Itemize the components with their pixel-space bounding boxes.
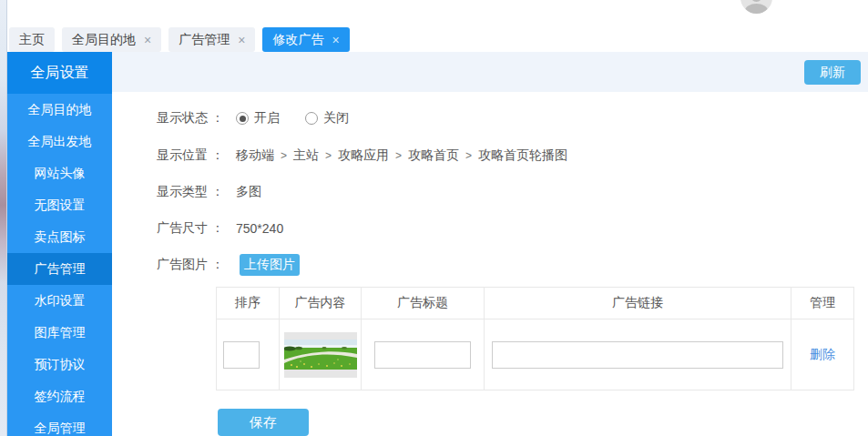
tab-label: 主页: [19, 32, 45, 48]
ad-link-input[interactable]: [492, 341, 783, 369]
main-content: 刷新 显示状态 ： 开启关闭 显示位置 ： 移动端>主站>攻略应用>攻略首页>攻…: [112, 52, 868, 436]
close-icon[interactable]: ×: [144, 34, 151, 46]
sidebar-item-6[interactable]: 水印设置: [7, 285, 112, 317]
table-header-0: 排序: [217, 288, 280, 319]
tab-bar: 主页全局目的地×广告管理×修改广告×: [9, 27, 350, 52]
breadcrumb-segment-3: 攻略首页: [408, 147, 459, 164]
ad-content-cell: [280, 319, 362, 390]
close-icon[interactable]: ×: [332, 34, 339, 46]
sort-input[interactable]: [223, 341, 260, 369]
ad-size-value: 750*240: [236, 221, 283, 236]
sort-cell: [217, 319, 280, 390]
top-bar: [7, 0, 868, 25]
sidebar-item-10[interactable]: 全局管理: [7, 412, 112, 436]
status-radio-option-1[interactable]: 关闭: [305, 110, 349, 127]
refresh-button[interactable]: 刷新: [804, 60, 861, 85]
table-header-1: 广告内容: [280, 288, 362, 319]
breadcrumb-separator: >: [325, 149, 332, 162]
modify-ad-page: 主页全局目的地×广告管理×修改广告× 全局设置 全局目的地全局出发地网站头像无图…: [0, 0, 868, 436]
display-position-label: 显示位置 ：: [157, 147, 228, 164]
tab-label: 广告管理: [179, 32, 230, 48]
ad-image-label: 广告图片 ：: [157, 257, 228, 273]
breadcrumb-segment-1: 主站: [293, 147, 319, 164]
breadcrumb-separator: >: [281, 149, 287, 162]
ad-table: 排序广告内容广告标题广告链接管理: [216, 287, 854, 390]
breadcrumb-segment-2: 攻略应用: [338, 147, 389, 164]
display-position-row: 显示位置 ： 移动端>主站>攻略应用>攻略首页>攻略首页轮播图: [157, 147, 567, 165]
ad-table-row: 删除: [217, 319, 854, 390]
display-status-label: 显示状态 ：: [157, 110, 228, 127]
close-icon[interactable]: ×: [238, 34, 245, 46]
ad-title-input[interactable]: [374, 341, 471, 369]
table-header-3: 广告链接: [485, 288, 791, 319]
tab-2[interactable]: 广告管理×: [168, 27, 255, 52]
ad-size-row: 广告尺寸 ： 750*240: [157, 219, 283, 238]
sidebar-items: 全局目的地全局出发地网站头像无图设置卖点图标广告管理水印设置图库管理预订协议签约…: [7, 94, 112, 436]
breadcrumb-segment-0: 移动端: [236, 147, 274, 164]
sidebar: 全局设置 全局目的地全局出发地网站头像无图设置卖点图标广告管理水印设置图库管理预…: [7, 52, 112, 436]
left-edge-strip: [0, 0, 7, 436]
delete-link[interactable]: 删除: [810, 347, 835, 361]
ad-link-cell: [485, 319, 791, 390]
radio-icon[interactable]: [236, 112, 249, 125]
ad-size-label: 广告尺寸 ：: [157, 220, 228, 237]
radio-label: 开启: [254, 110, 280, 127]
breadcrumb: 移动端>主站>攻略应用>攻略首页>攻略首页轮播图: [236, 147, 567, 164]
display-type-row: 显示类型 ： 多图: [157, 183, 261, 201]
action-cell: 删除: [791, 319, 854, 390]
tab-0[interactable]: 主页: [9, 27, 55, 52]
sidebar-item-3[interactable]: 无图设置: [7, 189, 112, 221]
tab-1[interactable]: 全局目的地×: [62, 27, 161, 52]
radio-icon[interactable]: [305, 112, 318, 125]
display-type-label: 显示类型 ：: [157, 184, 228, 200]
radio-label: 关闭: [323, 110, 349, 127]
sidebar-header-global-settings[interactable]: 全局设置: [7, 52, 112, 94]
ad-image-row: 广告图片 ： 上传图片: [157, 254, 300, 276]
tab-label: 修改广告: [272, 32, 323, 48]
sidebar-item-1[interactable]: 全局出发地: [7, 126, 112, 157]
sidebar-item-8[interactable]: 预订协议: [7, 349, 112, 380]
table-header-2: 广告标题: [362, 288, 485, 319]
meadow-photo-thumbnail[interactable]: [284, 332, 357, 378]
display-status-row: 显示状态 ： 开启关闭: [157, 109, 349, 127]
sidebar-item-5[interactable]: 广告管理: [7, 253, 112, 285]
save-button[interactable]: 保存: [218, 409, 309, 436]
content-header-band: 刷新: [112, 52, 868, 92]
sidebar-item-9[interactable]: 签约流程: [7, 380, 112, 412]
sidebar-item-2[interactable]: 网站头像: [7, 157, 112, 189]
tab-3[interactable]: 修改广告×: [262, 27, 349, 52]
sidebar-item-4[interactable]: 卖点图标: [7, 221, 112, 253]
display-type-value: 多图: [236, 184, 261, 200]
breadcrumb-segment-4: 攻略首页轮播图: [478, 147, 567, 164]
status-radio-option-0[interactable]: 开启: [236, 110, 280, 127]
ad-title-cell: [362, 319, 485, 390]
sidebar-item-0[interactable]: 全局目的地: [7, 94, 112, 126]
breadcrumb-separator: >: [395, 149, 402, 162]
tab-label: 全局目的地: [72, 32, 136, 48]
user-avatar-icon[interactable]: [740, 0, 772, 14]
display-status-radio-group: 开启关闭: [236, 110, 349, 127]
ad-table-header-row: 排序广告内容广告标题广告链接管理: [217, 288, 854, 319]
breadcrumb-separator: >: [465, 149, 472, 162]
sidebar-item-7[interactable]: 图库管理: [7, 317, 112, 349]
upload-image-button[interactable]: 上传图片: [240, 254, 300, 276]
table-header-4: 管理: [791, 288, 854, 319]
